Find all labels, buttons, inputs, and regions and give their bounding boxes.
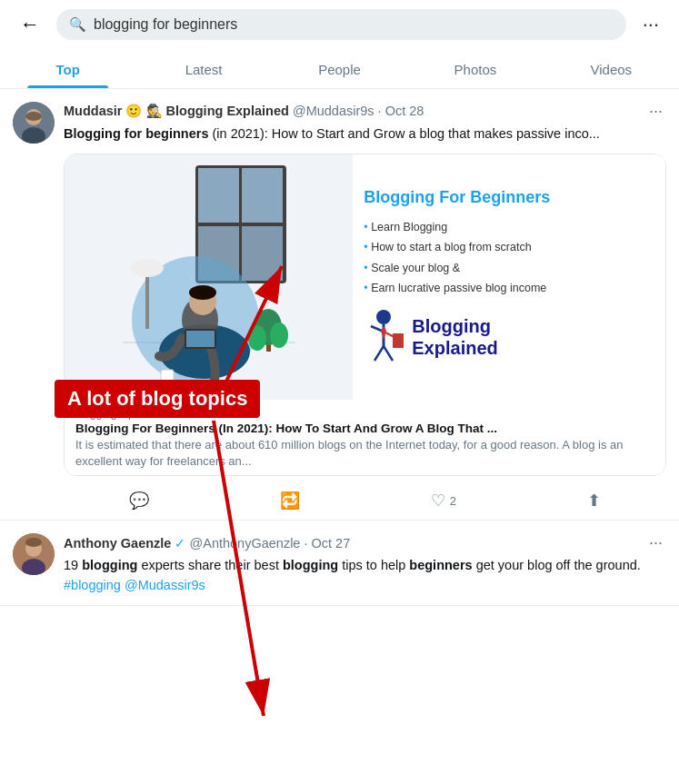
card-domain: bloggingexplained.com	[75, 407, 654, 420]
tweet2-bold-3: beginners	[409, 558, 472, 572]
tweet1-actions: 💬 🔁 ♡ 2 ⬆	[64, 485, 666, 520]
tweet1-bold-text: Blogging for beginners	[64, 126, 209, 141]
tweet1-card[interactable]: Blogging For Beginners Learn Blogging Ho…	[64, 154, 666, 476]
svg-rect-27	[161, 370, 174, 381]
svg-point-28	[376, 310, 391, 324]
like-count: 2	[450, 494, 456, 508]
svg-marker-35	[381, 326, 386, 340]
svg-rect-12	[242, 226, 283, 281]
reply-icon: 💬	[129, 491, 149, 511]
tweet1-handle: @Muddasir9s	[293, 104, 374, 118]
tweet2-content: Anthony Gaenzle ✓ @AnthonyGaenzle · Oct …	[64, 533, 666, 596]
tab-top[interactable]: Top	[0, 49, 135, 88]
reply-button[interactable]: 💬	[129, 491, 149, 511]
tab-people[interactable]: People	[272, 49, 407, 88]
share-button[interactable]: ⬆	[587, 491, 601, 511]
search-bar[interactable]: 🔍 blogging for beginners	[56, 9, 626, 40]
svg-rect-34	[393, 333, 404, 348]
card-brand: Blogging Explained	[364, 308, 654, 367]
tweet2-handle: @AnthonyGaenzle	[190, 536, 301, 551]
card-right: Blogging For Beginners Learn Blogging Ho…	[353, 154, 665, 400]
card-illustration-svg	[123, 161, 295, 392]
like-icon: ♡	[431, 491, 445, 511]
svg-point-16	[131, 259, 164, 277]
card-bullet-2: How to start a blog from scratch	[364, 237, 654, 258]
tweet2-text-7: get your blog off the ground.	[473, 558, 641, 572]
card-right-list: Learn Blogging How to start a blog from …	[364, 217, 654, 299]
card-image: Blogging For Beginners Learn Blogging Ho…	[65, 154, 665, 400]
card-description: It is estimated that there are about 610…	[75, 437, 654, 470]
tweet2-mention[interactable]: @Mudassir9s	[125, 578, 205, 592]
card-brand-text: Blogging Explained	[412, 315, 497, 359]
svg-rect-22	[186, 331, 215, 347]
search-icon: 🔍	[69, 16, 86, 33]
svg-line-33	[384, 346, 393, 361]
tweet1-display-name: Muddasir 🙂 🕵️ Blogging Explained	[64, 104, 289, 118]
avatar-anthony	[13, 533, 55, 575]
tweet2-bold-2: blogging	[283, 558, 338, 572]
tweet2-display-name: Anthony Gaenzle	[64, 536, 171, 551]
search-query: blogging for beginners	[94, 16, 237, 33]
tweet2-bold-1: blogging	[82, 558, 137, 572]
tab-photos[interactable]: Photos	[407, 49, 543, 88]
tweet2: Anthony Gaenzle ✓ @AnthonyGaenzle · Oct …	[0, 521, 679, 606]
card-inner: Blogging For Beginners Learn Blogging Ho…	[65, 154, 665, 400]
tweet1: Muddasir 🙂 🕵️ Blogging Explained @Muddas…	[0, 89, 679, 521]
card-brand-line2: Explained	[412, 337, 497, 359]
svg-point-38	[25, 538, 42, 547]
tweet1-user: Muddasir 🙂 🕵️ Blogging Explained @Muddas…	[64, 104, 645, 119]
svg-rect-9	[198, 168, 239, 223]
tweet2-text-5: tips to help	[338, 558, 409, 572]
tweet1-content: Muddasir 🙂 🕵️ Blogging Explained @Muddas…	[64, 102, 666, 520]
card-brand-line1: Blogging	[412, 315, 497, 337]
retweet-button[interactable]: 🔁	[280, 491, 300, 511]
tweet1-date: · Oct 28	[378, 104, 424, 118]
svg-point-6	[25, 112, 42, 121]
avatar-icon	[13, 102, 55, 144]
svg-rect-10	[242, 168, 283, 223]
like-button[interactable]: ♡ 2	[431, 491, 456, 511]
retweet-icon: 🔁	[280, 491, 300, 511]
tweet2-user: Anthony Gaenzle ✓ @AnthonyGaenzle · Oct …	[64, 536, 645, 551]
avatar-muddasir	[13, 102, 55, 144]
more-button[interactable]: ···	[635, 9, 666, 40]
card-bullet-3: Scale your blog &	[364, 258, 654, 279]
tweet2-hashtag[interactable]: #blogging	[64, 578, 121, 592]
tweet2-text-1: 19	[64, 558, 82, 572]
card-title: Blogging For Beginners (In 2021): How To…	[75, 422, 654, 435]
tweet2-text-3: experts share their best	[137, 558, 283, 572]
card-illustration-left	[65, 154, 353, 400]
avatar-icon-2	[13, 533, 55, 575]
tweet1-wrapper: A lot of blog topics Muddasir 🙂	[0, 89, 679, 606]
card-bullet-4: Earn lucrative passive blog income	[364, 278, 654, 299]
tweet2-meta: Anthony Gaenzle ✓ @AnthonyGaenzle · Oct …	[64, 533, 666, 552]
card-right-title: Blogging For Beginners	[364, 187, 654, 208]
tweet1-more-button[interactable]: ···	[645, 102, 666, 121]
tweet1-meta: Muddasir 🙂 🕵️ Blogging Explained @Muddas…	[64, 102, 666, 121]
verified-badge: ✓	[175, 536, 185, 551]
tweet1-rest-text: (in 2021): How to Start and Grow a blog …	[209, 126, 600, 141]
tweet2-date: · Oct 27	[304, 536, 350, 551]
svg-line-32	[374, 346, 384, 361]
share-icon: ⬆	[587, 491, 601, 511]
tweet1-text: Blogging for beginners (in 2021): How to…	[64, 124, 666, 144]
svg-rect-15	[145, 270, 149, 329]
tweet2-text: 19 blogging experts share their best blo…	[64, 556, 666, 596]
svg-point-20	[189, 285, 216, 300]
tab-latest[interactable]: Latest	[135, 49, 271, 88]
tweet2-header: Anthony Gaenzle ✓ @AnthonyGaenzle · Oct …	[13, 533, 666, 596]
brand-figure-icon	[364, 308, 404, 367]
svg-point-26	[270, 323, 288, 348]
card-bullet-1: Learn Blogging	[364, 217, 654, 238]
tweet2-more-button[interactable]: ···	[645, 533, 666, 552]
card-meta: bloggingexplained.com Blogging For Begin…	[65, 400, 665, 475]
tab-videos[interactable]: Videos	[544, 49, 679, 88]
tweet1-header: Muddasir 🙂 🕵️ Blogging Explained @Muddas…	[13, 102, 666, 520]
svg-point-25	[248, 325, 266, 351]
back-button[interactable]: ←	[13, 9, 47, 40]
top-bar: ← 🔍 blogging for beginners ···	[0, 0, 679, 49]
tabs-bar: Top Latest People Photos Videos	[0, 49, 679, 89]
